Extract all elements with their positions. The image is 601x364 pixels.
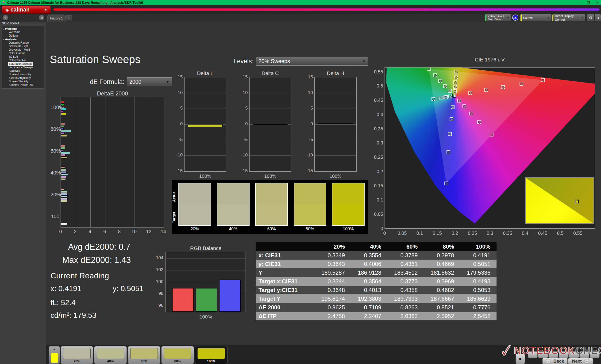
chart-title: Delta L [184,70,226,77]
delta-c-plot-area [249,77,291,172]
sidebar-item-luminance-sweeps[interactable]: Luminance Sweeps [8,66,34,69]
settings-gear-button[interactable]: ⚙ [587,14,594,22]
table-cell: 0.4361 [387,261,424,267]
sidebar-item-screen-stability[interactable]: Screen Stability [8,80,29,83]
fl-value: fL: 52.4 [50,298,76,307]
table-cell: 0.3349 [315,252,351,259]
source-dropdown[interactable]: Source ▼ [520,14,552,22]
sidebar-group-welcome[interactable]: ◢Welcome [3,27,44,30]
pattern-button-20[interactable]: 20% [60,346,93,364]
close-icon[interactable]: ✕ [596,0,599,5]
toolbar-mini-button[interactable] [548,351,558,358]
sidebar-item-options[interactable]: Options [8,34,19,38]
gridline [185,155,226,156]
pattern-button-40[interactable]: 40% [94,346,127,364]
y-tick-label: 100 [153,279,163,284]
toolbar-mini-button[interactable] [528,351,538,358]
level-label: 80% [50,126,60,132]
deltae2000-chart: DeltaE 200002468101214100%80%60%40%20%10… [50,90,168,237]
row-label: Target y:CIE31 [256,287,315,293]
table-cell: 0.3564 [351,278,387,285]
y-tick-label: -5 [238,137,248,142]
maximize-icon[interactable]: ❐ [587,0,590,5]
sidebar-item-grayscale-2pt[interactable]: Grayscale - 2pt [8,45,28,48]
y-tick-label: -10 [238,153,248,158]
inset-measured-point [575,200,579,203]
swatch-level-label: 20% [179,227,211,231]
toolbar-mini-button[interactable] [569,351,579,358]
page-title: Saturation Sweeps [50,53,140,66]
cie-point [450,117,453,121]
sidebar-item-3d-lut[interactable]: 3D LUT [8,55,19,59]
minimize-icon[interactable]: – [579,0,581,5]
green-bar [196,288,217,312]
pattern-swatch [130,348,158,359]
sidebar-item-dynamic-range[interactable]: Dynamic Range [8,41,29,45]
source-label: Source [523,16,533,20]
sidebar-item-additivity[interactable]: Additivity [8,69,21,73]
delta-h-bar [318,123,353,124]
sidebar-item-grayscale-multi[interactable]: Grayscale - Multi [8,48,30,52]
delta-l-plot-area [184,77,226,172]
row-label: Target Y [256,296,315,302]
y-tick-label: -15 [173,168,183,173]
y-tick-label: 10 [238,90,248,95]
sidebar-pin-button[interactable] [2,15,9,21]
cie-point-dot [452,106,454,109]
toolbar-mini-button[interactable] [579,351,589,358]
tab-history-1[interactable]: History 1 [47,15,65,22]
sidebar-item-screen-uniformity[interactable]: Screen Uniformity [8,73,32,76]
cie-point-dot [445,96,448,99]
de-formula-select[interactable]: 2000 ▼ [127,77,172,86]
gridline [250,109,291,109]
sidebar-collapse-button[interactable]: ◀ [39,15,45,21]
table-cell: 0.4006 [351,261,387,267]
up-arrow-icon[interactable]: ▲ [49,346,60,352]
panel-collapse-button[interactable]: ◀ [595,14,601,22]
y-tick-label: 98 [153,291,163,296]
pattern-button-60[interactable]: 60% [128,346,160,364]
cie-point-dot [449,96,452,98]
sidebar-item-welcome[interactable]: Welcome [8,30,21,34]
cie-point [454,70,458,73]
table-cell: 0.8625 [315,304,351,311]
deltae-bar [61,223,67,225]
sidebar-item-color-gamut[interactable]: Color Gamut [8,52,25,55]
add-tab-button[interactable]: + [65,15,72,21]
meter-dropdown[interactable]: X-Rite i1Pro 2 Direct View ▼ [485,14,511,22]
pattern-swatch [197,348,225,359]
gridline [76,97,76,227]
cie-point-dot [444,85,447,88]
cie-point [462,104,466,108]
sidebar-item-spectral-power-dist[interactable]: Spectral Power Dist. [8,83,35,87]
sidebar-item-colorchecker[interactable]: ColorChecker [8,59,27,62]
table-cell: 2.6362 [387,313,424,319]
toolbar-mini-button[interactable] [590,351,600,358]
calman-menu-button[interactable]: ◈ calman ▼ [2,6,51,14]
next-button[interactable]: Next » [568,358,593,364]
tree-expander-icon: ◢ [3,38,4,40]
x-tick-label: 0.05 [396,230,408,236]
swatch-level-label: 40% [217,227,250,231]
sidebar-item-screen-angularity[interactable]: Screen Angularity [8,76,31,80]
sidebar-group-analysis[interactable]: ◢Analysis [3,38,44,41]
cie-point-dot [448,151,450,154]
deltae-bar [61,193,67,195]
display-status-strip [552,14,553,21]
table-cell: 2.5452 [460,313,497,319]
sidebar-item-saturation-sweeps[interactable]: Saturation Sweeps [8,62,33,66]
y-tick-label: 0.3 [371,140,383,146]
blue-bar [219,279,241,312]
back-button[interactable]: « Back [542,358,568,364]
row-label: y: CIE31 [256,261,315,267]
cie-point-dot [453,95,456,97]
levels-select[interactable]: 20% Sweeps ▼ [256,57,368,66]
display-control-dropdown[interactable]: Direct Display Control ▼ [552,14,585,22]
cie-point-dot [458,100,461,102]
toolbar-mini-button[interactable] [538,351,548,358]
stop-button[interactable]: ■ [516,354,525,364]
pattern-window-panel[interactable]: ▲ [49,346,60,364]
toolbar-mini-button[interactable] [559,351,569,358]
pattern-button-80[interactable]: 80% [161,346,194,364]
pattern-button-100[interactable]: 100% [195,346,228,364]
